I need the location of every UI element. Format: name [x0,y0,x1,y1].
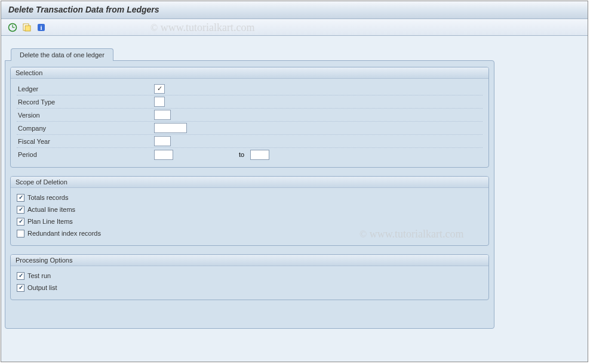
actual-line-items-label: Actual line items [27,206,75,213]
page-title: Delete Transaction Data from Ledgers [8,5,159,14]
group-processing-body: Test run Output list [11,266,488,300]
period-to-input[interactable] [250,150,269,160]
plan-line-items-checkbox[interactable] [17,218,24,226]
version-input[interactable] [154,110,171,120]
record-type-label: Record Type [17,98,154,106]
group-selection-body: Ledger ✓ Record Type Version Comp [11,79,488,167]
fiscal-year-label: Fiscal Year [17,138,154,145]
scope-item-plan: Plan Line Items [17,215,483,227]
variant-icon[interactable] [21,22,32,33]
output-list-label: Output list [27,284,57,291]
version-label: Version [17,112,154,119]
scope-item-totals: Totals records [17,192,483,203]
plan-line-items-label: Plan Line Items [27,218,73,225]
field-row-record-type: Record Type [17,95,483,109]
company-input[interactable] [154,123,187,133]
tab-label: Delete the data of one ledger [20,51,105,58]
content-area: Delete the data of one ledger Selection … [1,36,588,362]
group-processing-header: Processing Options [11,255,488,266]
group-selection: Selection Ledger ✓ Record Type Version [10,67,489,168]
info-icon[interactable]: i [36,22,47,33]
svg-rect-4 [25,26,30,31]
ledger-label: Ledger [17,85,154,92]
period-label: Period [17,151,154,158]
record-type-input[interactable] [154,97,165,107]
field-row-company: Company [17,122,483,135]
group-scope-body: Totals records Actual line items Plan Li… [11,188,488,245]
actual-line-items-checkbox[interactable] [17,206,24,214]
test-run-checkbox[interactable] [17,272,24,280]
app-window: Delete Transaction Data from Ledgers i [1,1,588,362]
redundant-index-checkbox[interactable] [17,230,24,237]
totals-records-label: Totals records [27,194,68,201]
period-from-input[interactable] [154,150,173,160]
scope-item-redundant: Redundant index records [17,227,483,239]
company-label: Company [17,125,154,132]
period-to-label: to [239,151,244,158]
tab-panel: Selection Ledger ✓ Record Type Version [5,60,494,329]
toolbar: i [1,19,588,36]
field-row-ledger: Ledger ✓ [17,82,483,95]
svg-text:i: i [40,24,42,31]
totals-records-checkbox[interactable] [17,194,24,202]
processing-item-output: Output list [17,282,483,294]
ledger-input-check[interactable]: ✓ [154,84,165,94]
scope-item-actual: Actual line items [17,203,483,215]
field-row-version: Version [17,109,483,122]
tab-container: Delete the data of one ledger Selection … [5,48,584,329]
output-list-checkbox[interactable] [17,284,24,292]
field-row-period: Period to [17,148,483,161]
tab-delete-ledger[interactable]: Delete the data of one ledger [11,48,113,61]
group-scope: Scope of Deletion Totals records Actual … [10,176,489,246]
field-row-fiscal-year: Fiscal Year [17,135,483,148]
fiscal-year-input[interactable] [154,136,171,146]
execute-icon[interactable] [7,22,18,33]
processing-item-test: Test run [17,270,483,282]
title-bar: Delete Transaction Data from Ledgers [1,1,588,19]
group-scope-header: Scope of Deletion [11,177,488,188]
test-run-label: Test run [27,272,51,279]
group-processing: Processing Options Test run Output list [10,254,489,300]
group-selection-header: Selection [11,67,488,79]
redundant-index-label: Redundant index records [27,230,101,237]
